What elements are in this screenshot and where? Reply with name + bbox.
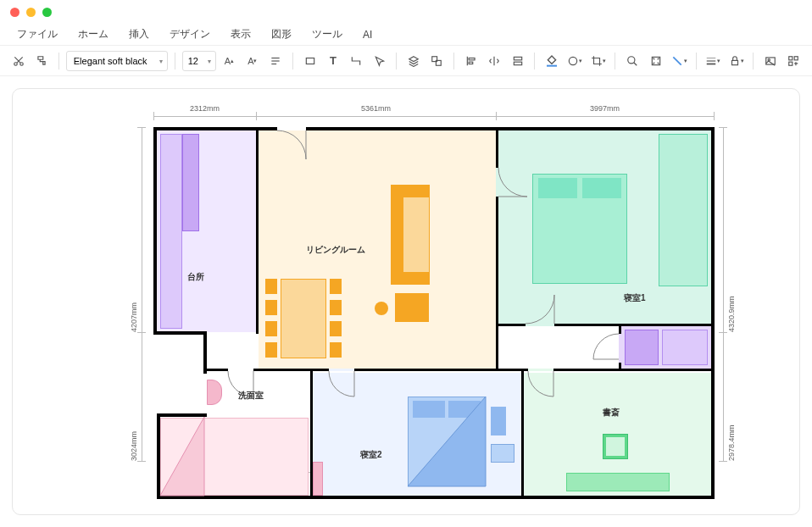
wall [157,413,207,417]
distribute-button[interactable] [508,51,527,71]
living-sofa-seat[interactable] [403,197,430,273]
bathroom-cabinet[interactable] [313,462,323,496]
more-shapes-button[interactable] [784,51,804,71]
menu-tool[interactable]: ツール [302,24,353,45]
bedroom2-chair[interactable] [491,444,514,463]
toolbar-separator [453,53,454,69]
svg-rect-25 [795,56,798,59]
svg-point-1 [19,62,23,65]
connector-tool[interactable] [347,51,366,71]
layers-button[interactable] [403,51,423,71]
zoom-button[interactable] [622,51,642,71]
dining-chair[interactable] [265,300,277,315]
close-window-button[interactable] [10,8,19,17]
fill-color-button[interactable] [542,51,561,71]
bedroom2-pillow[interactable] [413,401,445,418]
toolbar-separator [175,53,175,69]
living-chair[interactable] [395,293,429,322]
dining-chair[interactable] [330,321,342,336]
group-button[interactable] [427,51,447,71]
rectangle-tool[interactable] [300,51,320,71]
dining-chair[interactable] [265,279,277,294]
lock-button[interactable]: ▾ [726,51,746,71]
toolbar-separator [534,53,535,69]
line-weight-button[interactable]: ▾ [704,51,723,71]
door-gap [528,369,553,371]
dim-tick [719,127,727,128]
bedroom1-wardrobe[interactable] [659,134,708,286]
line-style-button[interactable]: ▾ [669,51,688,71]
wall [157,496,715,499]
svg-rect-9 [469,58,475,59]
dining-chair[interactable] [265,321,277,336]
svg-rect-10 [469,62,473,64]
closet-item[interactable] [625,330,659,365]
dining-chair[interactable] [330,279,342,294]
bedroom1-pillow[interactable] [538,178,577,198]
wall [153,127,715,130]
menu-insert[interactable]: 挿入 [119,24,159,45]
menu-design[interactable]: デザイン [159,24,220,45]
svg-rect-5 [306,58,314,64]
toilet[interactable] [207,380,222,405]
align-left-button[interactable] [461,51,481,71]
label-kitchen: 台所 [187,271,204,283]
dim-tick [153,112,154,120]
pointer-tool[interactable] [370,51,389,71]
label-bedroom2: 寝室2 [360,449,382,461]
kitchen-counter[interactable] [160,134,182,329]
door-gap [228,369,253,371]
closet-item[interactable] [662,330,708,365]
minimize-window-button[interactable] [26,8,36,17]
bedroom2-nightstand[interactable] [491,407,506,435]
study-desk[interactable] [566,473,670,491]
door-gap [496,168,498,197]
flip-button[interactable] [485,51,504,71]
dining-table[interactable] [281,279,326,358]
text-tool[interactable]: T [323,51,342,71]
font-size-select[interactable]: 12 [182,51,216,71]
kitchen-cabinet[interactable] [182,134,199,231]
label-study: 書斎 [603,407,620,419]
menu-ai[interactable]: AI [353,25,382,44]
door-gap [329,369,354,371]
floor-plan[interactable]: 台所 リビングルーム 寝室1 洗面室 寝室2 書斎 [153,127,715,500]
font-select[interactable]: Elegant soft black [66,51,168,71]
bathroom-fixture[interactable] [160,418,309,496]
toolbar-separator [615,53,615,69]
window-chrome [0,0,812,24]
toolbar-separator [396,53,397,69]
font-decrease-button[interactable]: A▾ [242,51,262,71]
living-sofa-arm1[interactable] [403,185,430,197]
dining-chair[interactable] [330,342,342,358]
wall [203,369,715,371]
wall [256,127,259,334]
crop-button[interactable]: ▾ [588,51,608,71]
text-align-button[interactable] [266,51,286,71]
menu-file[interactable]: ファイル [7,24,68,45]
bedroom2-pillow[interactable] [448,401,481,418]
dining-chair[interactable] [265,342,277,358]
drawing-canvas[interactable]: 2312mm 5361mm 3997mm 4207mm 3024mm 4320.… [12,88,800,515]
toolbar-separator [58,53,59,69]
wall [496,127,498,371]
font-increase-button[interactable]: A▴ [220,51,239,71]
fit-page-button[interactable] [646,51,665,71]
study-chair-seat[interactable] [606,437,625,456]
dining-chair[interactable] [330,300,342,315]
dim-tick [137,461,146,462]
menu-view[interactable]: 表示 [220,24,261,45]
menu-shape[interactable]: 図形 [261,24,302,45]
bedroom1-pillow[interactable] [582,178,621,198]
shape-outline-button[interactable]: ▾ [565,51,585,71]
menu-home[interactable]: ホーム [68,24,119,45]
wall [521,369,524,498]
cut-button[interactable] [8,51,28,71]
image-button[interactable] [760,51,780,71]
living-lamp[interactable] [375,302,388,315]
format-painter-button[interactable] [31,51,51,71]
maximize-window-button[interactable] [42,8,52,17]
dim-tick [137,332,146,333]
living-sofa-back[interactable] [391,185,403,285]
living-sofa-arm2[interactable] [403,273,430,285]
